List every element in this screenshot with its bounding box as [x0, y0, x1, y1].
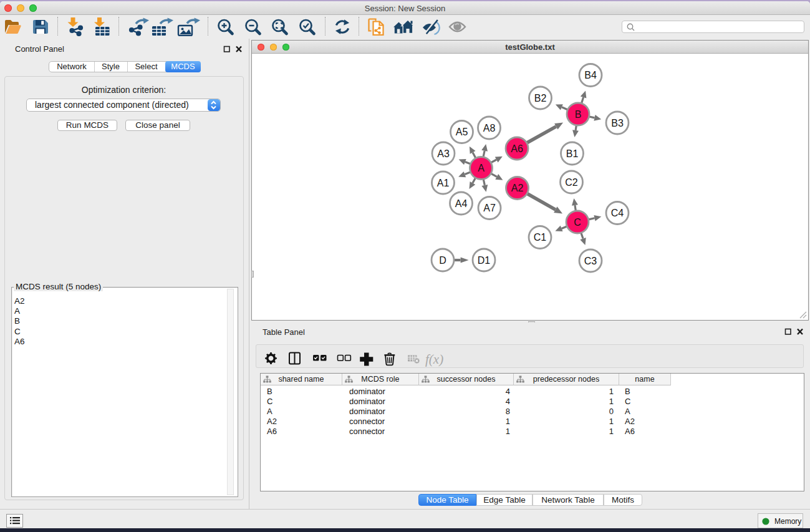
svg-text:A1: A1	[437, 178, 450, 188]
svg-text:B3: B3	[611, 118, 624, 128]
svg-text:A2: A2	[511, 183, 524, 193]
svg-text:A8: A8	[483, 123, 496, 133]
svg-text:A6: A6	[511, 143, 523, 154]
svg-text:B2: B2	[534, 93, 547, 104]
svg-text:B4: B4	[584, 70, 597, 80]
svg-text:C4: C4	[611, 208, 624, 218]
svg-text:B1: B1	[566, 148, 579, 159]
svg-text:C: C	[574, 217, 581, 228]
svg-text:D: D	[439, 255, 446, 266]
svg-text:C1: C1	[534, 232, 547, 243]
svg-text:B: B	[575, 109, 582, 120]
svg-text:C3: C3	[584, 256, 597, 266]
svg-text:D1: D1	[478, 255, 491, 266]
svg-text:f(x): f(x)	[425, 352, 443, 367]
svg-text:A4: A4	[455, 198, 468, 209]
svg-text:A7: A7	[483, 203, 496, 213]
svg-text:A: A	[478, 163, 485, 173]
svg-text:C2: C2	[565, 177, 578, 188]
svg-text:A5: A5	[456, 127, 468, 137]
svg-text:A3: A3	[437, 148, 450, 159]
